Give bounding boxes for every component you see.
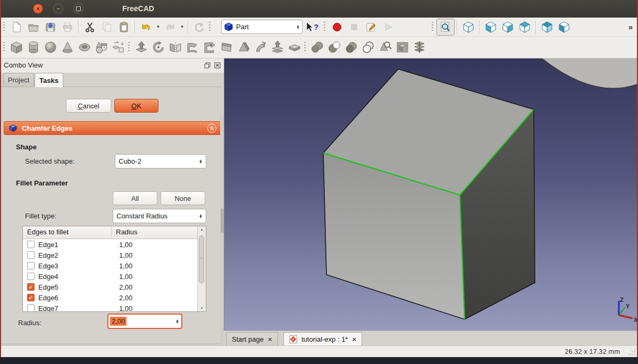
- edge-radius-value[interactable]: 1,00: [119, 304, 132, 312]
- panel-float-icon[interactable]: [204, 62, 211, 69]
- torus-icon[interactable]: [76, 39, 93, 55]
- workbench-selector[interactable]: Part ▲▼: [221, 20, 303, 34]
- table-scrollbar[interactable]: ▲ ▼: [197, 226, 206, 311]
- edge-label[interactable]: Edge4: [38, 273, 107, 281]
- edge-label[interactable]: Edge3: [38, 262, 107, 270]
- view-front-icon[interactable]: [482, 19, 499, 35]
- close-tab-icon[interactable]: ×: [268, 335, 272, 343]
- edge-checkbox[interactable]: ✓: [27, 294, 35, 301]
- fillet-icon[interactable]: [184, 39, 201, 55]
- workbench-selector-spinner[interactable]: ▲▼: [296, 25, 300, 29]
- fillet-type-select[interactable]: Constant Radius ▲▼: [113, 209, 206, 223]
- open-document-icon[interactable]: [25, 19, 42, 35]
- redo-dropdown-caret[interactable]: ▼: [179, 19, 186, 35]
- select-none-button[interactable]: None: [161, 191, 205, 205]
- paste-icon[interactable]: [115, 19, 132, 35]
- undo-dropdown-caret[interactable]: ▼: [155, 19, 162, 35]
- edge-radius-value[interactable]: 2,00: [119, 294, 132, 302]
- boolean-common-icon[interactable]: [343, 39, 360, 55]
- chamfer-edges-header[interactable]: Chamfer Edges: [4, 121, 221, 135]
- ruled-surface-icon[interactable]: [218, 39, 235, 55]
- save-document-icon[interactable]: [42, 19, 59, 35]
- boolean-cut-icon[interactable]: [326, 39, 343, 55]
- edge-label[interactable]: Edge5: [38, 283, 107, 291]
- tab-tasks[interactable]: Tasks: [35, 73, 63, 87]
- window-minimize-button[interactable]: −: [53, 4, 63, 14]
- edge-radius-value[interactable]: 1,00: [119, 273, 132, 281]
- boolean-section-icon[interactable]: [360, 39, 377, 55]
- edge-label[interactable]: Edge1: [38, 241, 107, 249]
- boolean-union-icon[interactable]: [309, 39, 326, 55]
- view-rear-icon[interactable]: [539, 19, 556, 35]
- toolbar-overflow[interactable]: »: [628, 22, 633, 31]
- select-all-button[interactable]: All: [113, 191, 157, 205]
- chamfer-icon[interactable]: [201, 39, 218, 55]
- sphere-icon[interactable]: [42, 39, 59, 55]
- radius-spinbox[interactable]: 2,00 ▲▼: [107, 314, 182, 329]
- extrude-icon[interactable]: [133, 39, 150, 55]
- new-document-icon[interactable]: [8, 19, 25, 35]
- offset-icon[interactable]: [269, 39, 286, 55]
- view-top-icon[interactable]: [516, 19, 533, 35]
- column-header-edges[interactable]: Edges to fillet: [23, 226, 112, 239]
- macro-record-icon[interactable]: [329, 19, 346, 35]
- mirror-icon[interactable]: [167, 39, 184, 55]
- edge-checkbox[interactable]: ✓: [27, 283, 35, 291]
- resize-grip[interactable]: [628, 348, 636, 355]
- edge-radius-value[interactable]: 1,00: [119, 262, 132, 270]
- box-icon[interactable]: [8, 39, 25, 55]
- thickness-icon[interactable]: [286, 39, 303, 55]
- column-header-radius[interactable]: Radius: [112, 226, 137, 239]
- collapse-chevrons-icon[interactable]: [207, 124, 216, 133]
- cancel-button[interactable]: Cancel: [66, 99, 111, 113]
- shape-builder-icon[interactable]: [110, 39, 127, 55]
- defeaturing-icon[interactable]: [394, 39, 411, 55]
- edge-checkbox[interactable]: [27, 251, 35, 259]
- tab-project[interactable]: Project: [3, 73, 34, 87]
- view-axonometric-icon[interactable]: [460, 19, 477, 35]
- window-close-button[interactable]: ×: [33, 4, 43, 14]
- cut-icon[interactable]: [81, 19, 98, 35]
- view-right-icon[interactable]: [499, 19, 516, 35]
- sweep-icon[interactable]: [252, 39, 269, 55]
- panel-close-icon[interactable]: [214, 62, 221, 69]
- edge-label[interactable]: Edge6: [38, 294, 107, 302]
- edge-label[interactable]: Edge7: [38, 304, 107, 312]
- edge-checkbox[interactable]: [27, 241, 35, 248]
- macro-stop-icon[interactable]: [346, 19, 363, 35]
- refresh-icon[interactable]: [191, 19, 208, 35]
- spinbox-arrows-icon[interactable]: ▲▼: [175, 319, 179, 324]
- edge-radius-value[interactable]: 1,00: [119, 251, 132, 259]
- whats-this-icon[interactable]: ?: [303, 19, 323, 35]
- edge-checkbox[interactable]: [27, 304, 35, 312]
- cylinder-icon[interactable]: [25, 39, 42, 55]
- scroll-down-icon[interactable]: ▼: [198, 307, 206, 310]
- print-icon[interactable]: [59, 19, 76, 35]
- check-geometry-icon[interactable]: [377, 39, 394, 55]
- ok-button[interactable]: OK: [114, 99, 158, 113]
- toolbar-grip[interactable]: [3, 42, 5, 53]
- selected-shape-select[interactable]: Cubo-2 ▲▼: [115, 154, 206, 168]
- copy-icon[interactable]: [98, 19, 115, 35]
- toolbar-grip[interactable]: [209, 22, 211, 32]
- redo-icon[interactable]: [162, 19, 179, 35]
- close-tab-icon[interactable]: ×: [352, 335, 356, 343]
- tab-start-page[interactable]: Start page ×: [226, 332, 278, 346]
- cylinder-object[interactable]: [541, 58, 637, 88]
- cube-object[interactable]: [323, 69, 535, 319]
- edge-radius-value[interactable]: 2,00: [119, 283, 132, 291]
- 3d-viewport[interactable]: Z Y X: [224, 58, 637, 331]
- macro-play-icon[interactable]: [380, 19, 397, 35]
- window-maximize-button[interactable]: [73, 4, 83, 14]
- scrollbar-thumb[interactable]: [199, 235, 204, 283]
- view-left-icon[interactable]: [556, 19, 573, 35]
- tab-document[interactable]: tutorial-exp : 1* ×: [283, 332, 362, 346]
- toolbar-grip[interactable]: [304, 42, 306, 53]
- toolbar-grip[interactable]: [128, 42, 130, 53]
- macro-edit-icon[interactable]: [363, 19, 380, 35]
- cone-icon[interactable]: [59, 39, 76, 55]
- revolve-icon[interactable]: [150, 39, 167, 55]
- toolbar-grip[interactable]: [432, 22, 433, 32]
- toolbar-grip[interactable]: [3, 22, 5, 32]
- undo-icon[interactable]: [138, 19, 155, 35]
